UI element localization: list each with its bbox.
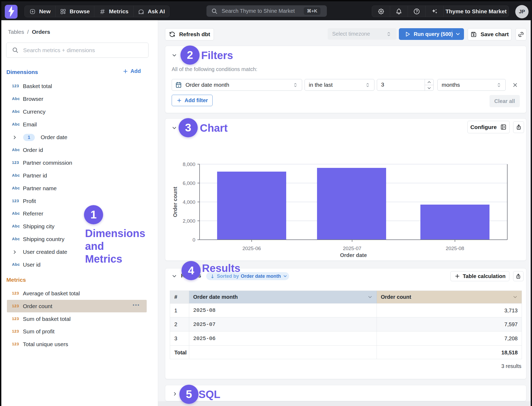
svg-text:0: 0 bbox=[192, 237, 195, 243]
svg-text:Order date: Order date bbox=[340, 252, 367, 258]
svg-text:8,000: 8,000 bbox=[183, 161, 195, 167]
svg-text:4,000: 4,000 bbox=[183, 199, 195, 205]
svg-text:2025-08: 2025-08 bbox=[446, 246, 464, 251]
svg-text:2,000: 2,000 bbox=[183, 218, 195, 224]
svg-text:2025-07: 2025-07 bbox=[343, 246, 361, 251]
svg-text:Order count: Order count bbox=[172, 187, 178, 217]
svg-text:6,000: 6,000 bbox=[183, 180, 195, 186]
svg-text:2025-06: 2025-06 bbox=[242, 246, 261, 251]
